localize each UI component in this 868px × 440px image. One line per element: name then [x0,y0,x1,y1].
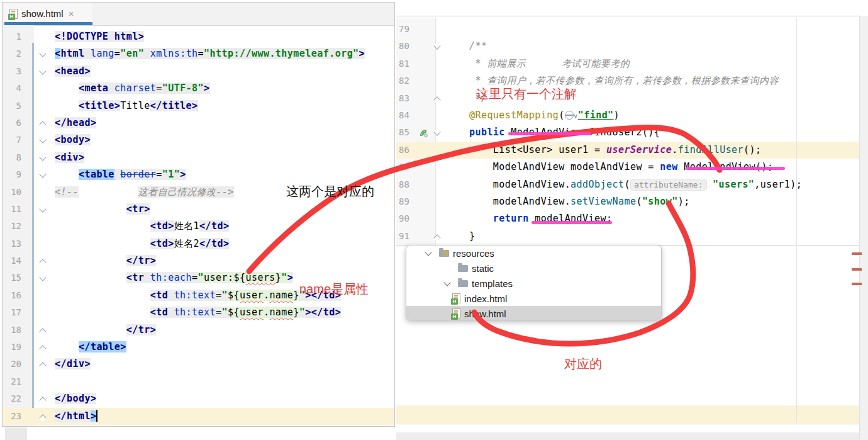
spring-bean-icon[interactable] [415,124,431,141]
code-line-8[interactable]: 8<div> [3,149,394,166]
code-text[interactable]: <html lang="en" xmlns:th="http://www.thy… [50,45,365,62]
code-line-19[interactable]: 19 </table> [3,339,394,356]
code-text[interactable]: </html> [50,408,97,425]
code-text[interactable]: * 前端展示 考试可能要考的 [443,55,630,72]
fold-marker[interactable] [431,90,443,107]
code-line-17[interactable]: 17 <td th:text="${user.name}"></td> [3,304,394,321]
code-line-22[interactable]: 22</body> [3,390,394,407]
fold-marker[interactable] [431,38,443,55]
tree-item-index-html[interactable]: Hindex.html [406,291,661,306]
code-text[interactable]: <meta charset="UTF-8"> [50,80,210,97]
code-line-9[interactable]: 9 <table border="1"> [3,166,394,183]
code-line-84[interactable]: 84 @RequestMapping(∨"find") [396,107,859,124]
code-text[interactable] [50,373,55,390]
fold-marker[interactable] [36,63,50,80]
code-text[interactable] [443,21,445,38]
fold-marker[interactable] [36,269,50,286]
code-text[interactable]: <table border="1"> [50,166,186,183]
fold-marker[interactable] [36,339,50,356]
code-text[interactable]: <!DOCTYPE html> [50,28,144,45]
tree-item-templates[interactable]: templates [406,276,661,291]
code-line-13[interactable]: 13 <td>姓名2</td> [3,235,394,252]
code-line-23[interactable]: 23</html> [3,408,394,425]
code-text[interactable]: <title>Title</title> [50,98,198,115]
code-line-91[interactable]: 91 } [396,228,859,245]
fold-marker[interactable] [431,228,443,245]
code-text[interactable]: </head> [50,115,96,132]
code-text[interactable]: <!-- 这看自己情况修改--> [50,184,234,201]
code-line-21[interactable]: 21 [3,373,394,390]
fold-marker[interactable] [36,149,50,166]
fold-marker[interactable] [36,132,50,149]
code-text[interactable]: <tr th:each="user:${users}"> [50,269,293,286]
error-stripe-mark[interactable] [852,283,862,285]
fold-marker[interactable] [36,322,50,339]
code-text[interactable]: <td>姓名1</td> [50,218,229,235]
code-text[interactable]: } [443,228,475,245]
fold-marker[interactable] [36,115,50,132]
code-line-7[interactable]: 7<body> [3,132,394,149]
code-text[interactable]: return modelAndView; [443,210,612,227]
code-line-90[interactable]: 90 return modelAndView; [396,210,859,227]
code-text[interactable]: <td th:text="${user.name}"></td> [50,304,341,321]
fold-marker[interactable] [36,356,50,373]
code-line-4[interactable]: 4 <meta charset="UTF-8"> [3,80,394,97]
code-text[interactable]: ModelAndView modelAndView = new ModelAnd… [443,159,773,176]
code-text[interactable]: List<User> user1 = userService.findAllUs… [443,142,762,159]
code-line-14[interactable]: 14 </tr> [3,252,394,269]
code-text[interactable]: <head> [50,63,91,80]
code-text[interactable]: </tr> [50,252,156,269]
code-line-82[interactable]: 82 * 查询用户，若不传参数，查询所有，若传参数，根据参数来查询内容 [396,72,859,89]
tree-item-static[interactable]: static [406,261,661,276]
code-line-20[interactable]: 20</div> [3,356,394,373]
chevron-down-icon[interactable] [422,252,439,255]
code-text[interactable]: </table> [50,339,126,356]
tree-item-resources[interactable]: resources [406,245,661,261]
code-line-18[interactable]: 18 </tr> [3,322,394,339]
error-stripe-mark[interactable] [852,252,862,255]
code-line-87[interactable]: 87 ModelAndView modelAndView = new Model… [396,159,859,176]
code-line-81[interactable]: 81 * 前端展示 考试可能要考的 [396,55,859,72]
code-text[interactable]: <tr> [50,201,150,218]
chevron-down-icon[interactable] [441,282,458,285]
code-line-5[interactable]: 5 <title>Title</title> [3,98,394,115]
code-text[interactable]: <body> [50,132,91,149]
code-line-12[interactable]: 12 <td>姓名1</td> [3,218,394,235]
code-text[interactable]: @RequestMapping(∨"find") [443,107,620,124]
code-line-80[interactable]: 80 /** [396,38,859,55]
html-editor[interactable]: 1<!DOCTYPE html>2<html lang="en" xmlns:t… [3,25,394,426]
code-text[interactable]: <td>姓名2</td> [50,235,229,252]
code-line-86[interactable]: 86 List<User> user1 = userService.findAl… [396,142,859,159]
fold-marker[interactable] [36,166,50,183]
java-editor[interactable]: 7980 /**81 * 前端展示 考试可能要考的82 * 查询用户，若不传参数… [396,18,859,245]
code-text[interactable]: <td th:text="${user.name}"></td> [50,287,341,304]
code-text[interactable]: public ModelAndView findUser2(){ [443,124,660,141]
code-text[interactable]: /** [443,38,487,55]
code-text[interactable]: </body> [50,390,96,407]
error-stripe-mark[interactable] [852,268,862,271]
code-text[interactable]: </div> [50,356,91,373]
tree-item-show-html[interactable]: Hshow.html [406,306,661,320]
code-line-6[interactable]: 6</head> [3,115,394,132]
code-text[interactable]: modelAndView.addObject(attributeName: "u… [443,176,802,193]
code-line-1[interactable]: 1<!DOCTYPE html> [3,28,394,45]
fold-marker[interactable] [36,390,50,407]
code-line-85[interactable]: 85 public ModelAndView findUser2(){ [396,124,859,141]
code-line-79[interactable]: 79 [396,21,859,38]
tab-close-icon[interactable]: × [69,8,74,19]
fold-marker[interactable] [36,408,50,425]
code-line-88[interactable]: 88 modelAndView.addObject(attributeName:… [396,176,859,193]
code-line-83[interactable]: 83 */ [396,90,859,107]
code-line-11[interactable]: 11 <tr> [3,201,394,218]
tab-show-html[interactable]: H show.html × [4,3,92,25]
code-line-2[interactable]: 2<html lang="en" xmlns:th="http://www.th… [3,45,394,62]
fold-marker[interactable] [36,252,50,269]
fold-marker[interactable] [36,45,50,62]
code-text[interactable]: </tr> [50,322,156,339]
error-stripe-scrollbar[interactable] [859,16,868,440]
code-line-89[interactable]: 89 modelAndView.setViewName("show"); [396,193,859,210]
code-text[interactable]: modelAndView.setViewName("show"); [443,193,690,210]
fold-marker[interactable] [36,201,50,218]
code-line-3[interactable]: 3<head> [3,63,394,80]
fold-marker[interactable] [431,124,443,141]
